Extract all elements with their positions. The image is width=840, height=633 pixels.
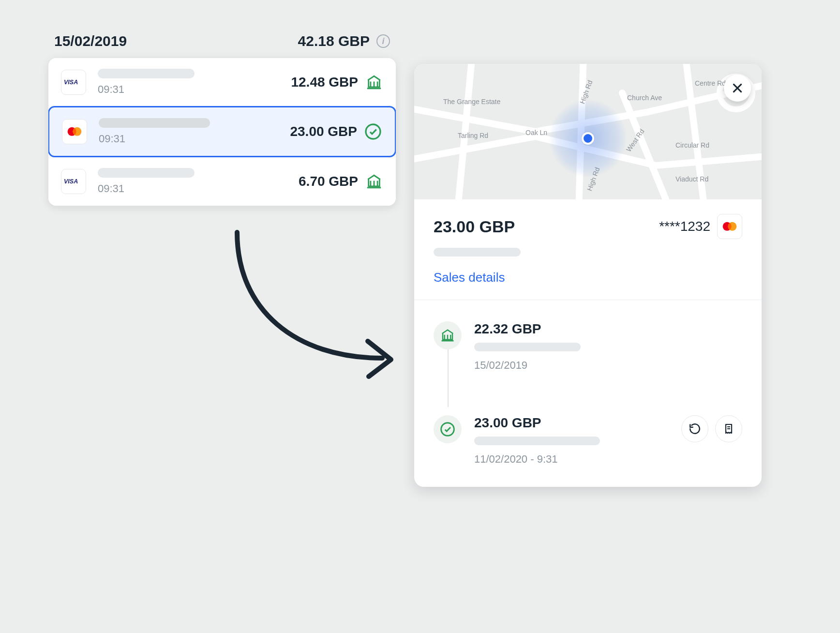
- merchant-placeholder: [99, 118, 210, 128]
- mastercard-icon: [717, 214, 742, 239]
- bank-icon: [365, 172, 383, 191]
- check-circle-icon: [434, 415, 462, 443]
- merchant-placeholder: [98, 69, 195, 78]
- transaction-time: 09:31: [99, 133, 278, 145]
- svg-text:VISA: VISA: [64, 79, 78, 85]
- svg-point-9: [441, 423, 454, 436]
- transaction-time: 09:31: [98, 83, 279, 96]
- timeline-date: 15/02/2019: [474, 359, 742, 372]
- transaction-amount: 23.00 GBP: [290, 124, 357, 139]
- check-circle-icon: [364, 122, 382, 141]
- merchant-placeholder: [434, 248, 521, 256]
- transaction-amount: 6.70 GBP: [299, 174, 358, 189]
- map-street-label: Centre Rd: [695, 79, 726, 87]
- bank-icon: [365, 73, 383, 91]
- timeline-amount: 23.00 GBP: [474, 415, 669, 431]
- svg-text:VISA: VISA: [64, 178, 78, 184]
- transactions-panel: 15/02/2019 42.18 GBP i VISA 09:31 12.48 …: [48, 33, 396, 206]
- mastercard-icon: [62, 119, 87, 144]
- transaction-row[interactable]: VISA 09:31 6.70 GBP: [48, 157, 396, 206]
- svg-point-3: [366, 124, 380, 139]
- transaction-row[interactable]: VISA 09:31 12.48 GBP: [48, 58, 396, 106]
- map-street-label: Church Ave: [627, 94, 662, 102]
- bank-icon: [434, 321, 462, 349]
- divider: [414, 300, 762, 300]
- close-button[interactable]: [724, 75, 751, 102]
- summary-date: 15/02/2019: [54, 33, 127, 49]
- timeline-item: 22.32 GBP 15/02/2019: [434, 321, 742, 372]
- map-street-label: The Grange Estate: [443, 98, 500, 106]
- day-summary: 15/02/2019 42.18 GBP i: [48, 33, 396, 58]
- summary-total: 42.18 GBP: [298, 33, 370, 49]
- map-street-label: Circular Rd: [675, 141, 709, 149]
- transaction-row[interactable]: 09:31 23.00 GBP: [48, 106, 396, 157]
- map-street-label: Viaduct Rd: [675, 175, 708, 183]
- map[interactable]: The Grange EstateHigh RdChurch AveCentre…: [414, 64, 762, 199]
- timeline-item: 23.00 GBP 11/02/2020 - 9:31: [434, 415, 742, 466]
- sales-details-link[interactable]: Sales details: [434, 270, 505, 285]
- timeline-date: 11/02/2020 - 9:31: [474, 453, 669, 466]
- description-placeholder: [474, 437, 600, 445]
- map-street-label: Oak Ln: [525, 129, 547, 136]
- transaction-list: VISA 09:31 12.48 GBP: [48, 58, 396, 206]
- payment-timeline: 22.32 GBP 15/02/2019 23.00 GBP 11/02/202…: [414, 304, 762, 487]
- arrow-icon: [208, 223, 406, 387]
- detail-amount: 23.00 GBP: [434, 217, 515, 236]
- description-placeholder: [474, 343, 581, 351]
- location-marker-icon: [582, 132, 594, 145]
- masked-card-number: ****1232: [659, 219, 710, 234]
- transaction-amount: 12.48 GBP: [291, 75, 358, 90]
- map-street-label: Tarling Rd: [458, 132, 488, 139]
- refresh-button[interactable]: [681, 415, 708, 442]
- visa-card-icon: VISA: [61, 70, 86, 95]
- transaction-detail-card: The Grange EstateHigh RdChurch AveCentre…: [414, 64, 762, 487]
- timeline-amount: 22.32 GBP: [474, 321, 742, 337]
- visa-card-icon: VISA: [61, 169, 86, 194]
- info-icon[interactable]: i: [376, 34, 390, 48]
- merchant-placeholder: [98, 168, 195, 178]
- transaction-time: 09:31: [98, 182, 287, 195]
- receipt-button[interactable]: [715, 415, 742, 442]
